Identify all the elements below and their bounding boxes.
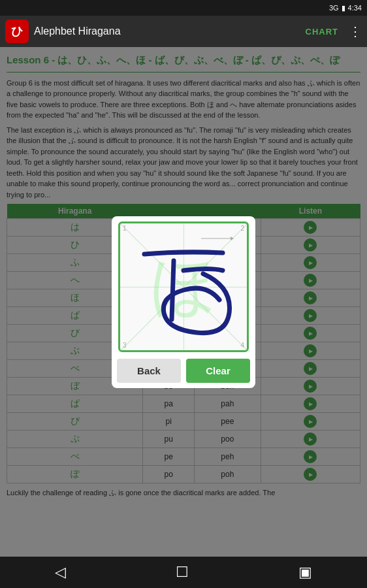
menu-button[interactable]: ⋮ — [349, 24, 362, 39]
clear-button[interactable]: Clear — [186, 359, 250, 383]
back-button[interactable]: Back — [117, 359, 181, 383]
nav-recent-button[interactable]: ▣ — [298, 564, 312, 581]
app-icon-letter: ひ — [11, 24, 23, 39]
status-bar: 3G ▮ 4:34 — [0, 0, 367, 16]
modal-box: 1 2 3 4 ほ — [112, 216, 255, 388]
topbar-actions: CHART ⋮ — [306, 24, 362, 39]
signal-icon: 3G — [329, 4, 339, 12]
drawn-hiragana — [120, 223, 247, 350]
drawing-canvas[interactable]: 1 2 3 4 ほ — [118, 221, 249, 352]
modal-overlay: 1 2 3 4 ほ — [0, 47, 367, 557]
topbar: ひ Alephbet Hiragana CHART ⋮ — [0, 16, 367, 47]
modal-buttons: Back Clear — [117, 359, 250, 383]
drawn-char-svg — [125, 228, 242, 346]
nav-home-button[interactable]: ☐ — [176, 564, 189, 581]
chart-button[interactable]: CHART — [306, 27, 339, 37]
nav-back-button[interactable]: ◁ — [55, 564, 66, 581]
status-icons: 3G ▮ 4:34 — [329, 4, 362, 12]
bottom-nav: ◁ ☐ ▣ — [0, 557, 367, 588]
main-content: Lesson 6 - は、ひ、ふ、へ、ほ - ば、び、ぶ、べ、ぼ - ぱ、ぴ、ぷ… — [0, 47, 367, 557]
battery-icon: ▮ — [342, 4, 345, 12]
app-icon: ひ — [5, 20, 29, 43]
time-display: 4:34 — [348, 4, 362, 12]
app-title: Alephbet Hiragana — [34, 25, 306, 37]
